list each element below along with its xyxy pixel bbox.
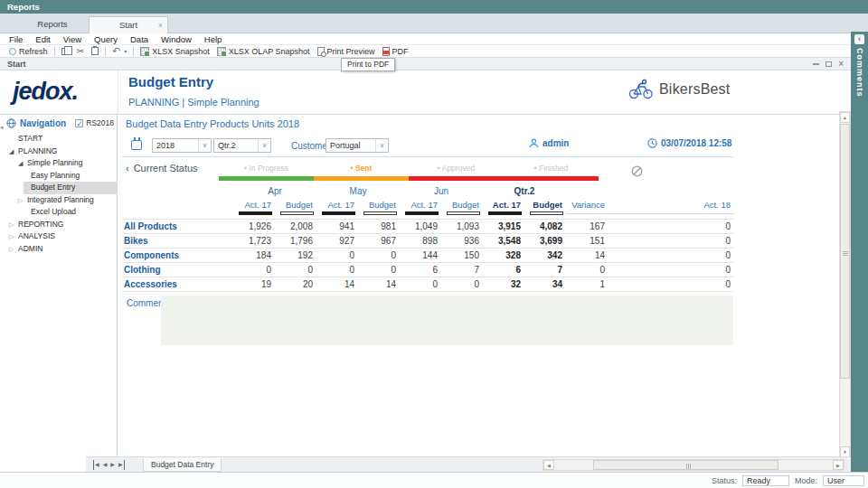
cell-accessories-1[interactable]: 20 — [275, 277, 316, 291]
tree-expanded-icon[interactable]: ◢ — [9, 145, 14, 158]
cell-bikes-5[interactable]: 936 — [441, 233, 483, 248]
customer-select[interactable]: Portugal ∨ — [326, 138, 389, 153]
cell-bikes-4[interactable]: 898 — [400, 233, 441, 248]
cell-all-products-9[interactable]: 0 — [609, 219, 734, 233]
cell-accessories-3[interactable]: 14 — [358, 277, 400, 291]
cell-accessories-9[interactable]: 0 — [609, 277, 734, 291]
cell-accessories-5[interactable]: 0 — [441, 277, 483, 291]
cell-bikes-1[interactable]: 1,796 — [275, 233, 316, 248]
menu-item-query[interactable]: Query — [88, 34, 124, 44]
previous-sheet-icon[interactable]: ◀ — [103, 460, 108, 470]
tree-collapsed-icon[interactable]: ▷ — [9, 230, 14, 243]
nav-item-integrated-planning[interactable]: ▷Integrated Planning — [0, 194, 118, 207]
cell-components-7[interactable]: 342 — [524, 248, 566, 262]
nav-item-reporting[interactable]: ▷REPORTING — [0, 219, 118, 231]
cell-clothing-7[interactable]: 7 — [524, 262, 566, 277]
cell-components-9[interactable]: 0 — [609, 248, 734, 262]
xlsx-olap-snapshot-button[interactable]: XLSX OLAP Snapshot — [213, 45, 314, 57]
menu-item-window[interactable]: Window — [155, 34, 198, 44]
tree-collapsed-icon[interactable]: ▷ — [18, 194, 23, 207]
scroll-up-icon[interactable]: ▲ — [840, 112, 850, 123]
cell-all-products-2[interactable]: 941 — [316, 219, 358, 233]
rs2018-checkbox[interactable]: ✓ RS2018 — [75, 118, 114, 127]
cell-components-8[interactable]: 14 — [566, 248, 609, 262]
cell-components-1[interactable]: 192 — [275, 248, 316, 262]
cell-accessories-0[interactable]: 19 — [233, 277, 275, 291]
horizontal-scrollbar[interactable]: ◀ ▶ — [542, 459, 844, 471]
cell-accessories-4[interactable]: 0 — [400, 277, 441, 291]
cell-all-products-4[interactable]: 1,049 — [400, 219, 441, 233]
undo-button[interactable]: ↶ ▾ — [108, 45, 130, 57]
status-step-finished[interactable]: • Finished — [504, 164, 599, 173]
nav-item-analysis[interactable]: ▷ANALYSIS — [0, 230, 118, 243]
close-icon[interactable]: × — [838, 59, 844, 70]
paste-button[interactable] — [88, 45, 102, 57]
cell-components-2[interactable]: 0 — [316, 248, 358, 262]
cell-accessories-2[interactable]: 14 — [316, 277, 358, 291]
tab-close-icon[interactable]: × — [158, 18, 163, 33]
next-sheet-icon[interactable]: ▶ — [110, 460, 115, 470]
nav-item-excel-upload[interactable]: Excel Upload — [0, 206, 118, 219]
pdf-button[interactable]: PDF — [379, 45, 412, 57]
cell-all-products-5[interactable]: 1,093 — [441, 219, 483, 233]
cell-clothing-4[interactable]: 6 — [400, 262, 441, 277]
menu-item-view[interactable]: View — [57, 34, 88, 44]
nav-item-simple-planning[interactable]: ◢Simple Planning — [0, 157, 118, 170]
cell-components-5[interactable]: 150 — [441, 248, 483, 262]
cell-bikes-7[interactable]: 3,699 — [524, 233, 566, 248]
cell-clothing-0[interactable]: 0 — [233, 262, 275, 277]
calendar-icon[interactable] — [131, 140, 142, 150]
cell-clothing-1[interactable]: 0 — [275, 262, 316, 277]
tree-expanded-icon[interactable]: ◢ — [18, 157, 23, 170]
cell-accessories-7[interactable]: 34 — [524, 277, 566, 291]
prohibition-icon[interactable] — [631, 165, 643, 179]
tab-start[interactable]: Start × — [89, 16, 168, 33]
cell-bikes-3[interactable]: 967 — [358, 233, 400, 248]
last-sheet-icon[interactable]: ▶ — [118, 460, 125, 470]
status-step-sent[interactable]: • Sent — [314, 164, 409, 173]
sheet-tab-budget-data-entry[interactable]: Budget Data Entry — [143, 458, 222, 472]
cell-bikes-0[interactable]: 1,723 — [233, 233, 275, 248]
scroll-left-icon[interactable]: ◀ — [543, 460, 554, 470]
minimize-icon[interactable] — [813, 63, 819, 65]
cell-components-6[interactable]: 328 — [483, 248, 524, 262]
cell-clothing-3[interactable]: 0 — [358, 262, 400, 277]
vertical-scrollbar[interactable]: ▲ ▼ — [839, 111, 851, 458]
cell-all-products-7[interactable]: 4,082 — [524, 219, 566, 233]
cell-bikes-8[interactable]: 151 — [566, 233, 609, 248]
copy-button[interactable] — [58, 45, 73, 57]
cell-clothing-2[interactable]: 0 — [316, 262, 358, 277]
cell-bikes-6[interactable]: 3,548 — [483, 233, 524, 248]
comments-panel-tab[interactable]: ‹ Comments — [851, 32, 868, 98]
scroll-right-icon[interactable]: ▶ — [833, 460, 844, 470]
quarter-select[interactable]: Qtr.2 ∨ — [213, 138, 271, 153]
cell-clothing-6[interactable]: 6 — [483, 262, 524, 277]
status-step-in-progress[interactable]: • In Progress — [219, 164, 314, 173]
first-sheet-icon[interactable]: ◀ — [93, 460, 99, 470]
nav-item-budget-entry[interactable]: Budget Entry — [24, 182, 118, 194]
nav-item-start[interactable]: START — [0, 133, 118, 145]
cell-all-products-1[interactable]: 2,008 — [275, 219, 316, 233]
nav-item-planning[interactable]: ◢PLANNING — [0, 145, 118, 158]
cell-all-products-3[interactable]: 981 — [358, 219, 400, 233]
cell-clothing-9[interactable]: 0 — [609, 262, 734, 277]
menu-item-edit[interactable]: Edit — [29, 34, 56, 44]
status-step-approved[interactable]: • Approved — [409, 164, 504, 173]
menu-item-help[interactable]: Help — [198, 34, 229, 44]
cell-bikes-2[interactable]: 927 — [316, 233, 358, 248]
cell-all-products-0[interactable]: 1,926 — [233, 219, 275, 233]
nav-item-easy-planning[interactable]: Easy Planning — [0, 170, 118, 183]
cut-button[interactable]: ✂ — [73, 45, 88, 57]
year-select[interactable]: 2018 ∨ — [152, 138, 212, 153]
cell-clothing-8[interactable]: 0 — [566, 262, 609, 277]
menu-item-data[interactable]: Data — [124, 34, 155, 44]
cell-clothing-5[interactable]: 7 — [441, 262, 483, 277]
current-status-control[interactable]: ‹Current Status — [126, 163, 198, 174]
cell-bikes-9[interactable]: 0 — [609, 233, 734, 248]
xlsx-snapshot-button[interactable]: XLSX Snapshot — [137, 45, 213, 57]
comment-box[interactable] — [161, 296, 733, 345]
vertical-scrollbar-thumb[interactable] — [840, 124, 850, 379]
cell-components-0[interactable]: 184 — [233, 248, 275, 262]
cell-components-3[interactable]: 0 — [358, 248, 400, 262]
tree-collapsed-icon[interactable]: ▷ — [9, 243, 14, 256]
